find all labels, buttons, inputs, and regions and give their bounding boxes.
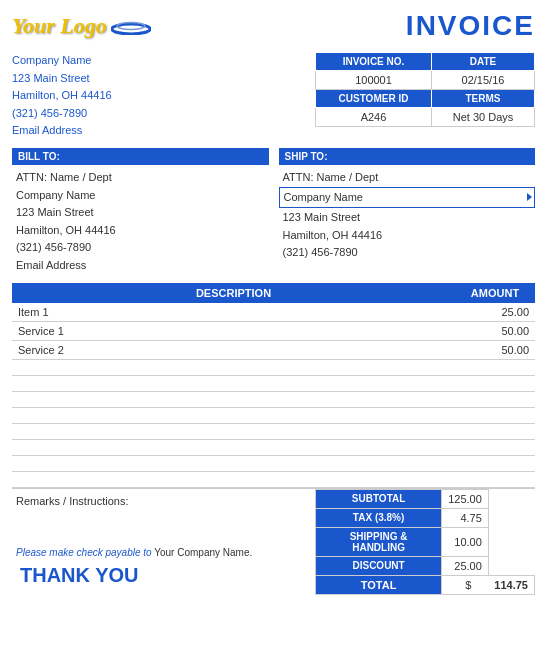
bill-to-phone: (321) 456-7890 <box>12 239 269 257</box>
amount-header: AMOUNT <box>455 283 535 303</box>
item-description <box>12 455 455 471</box>
item-amount <box>455 439 535 455</box>
totals-table: SUBTOTAL 125.00 TAX (3.8%) 4.75 SHIPPING… <box>315 489 535 595</box>
bill-to-email: Email Address <box>12 257 269 275</box>
table-row <box>12 439 535 455</box>
payable-note: Please make check payable to Your Compan… <box>16 547 311 558</box>
item-amount <box>455 359 535 375</box>
bill-to-address: 123 Main Street <box>12 204 269 222</box>
discount-label: DISCOUNT <box>316 556 442 575</box>
remarks-section: Remarks / Instructions: Please make chec… <box>12 489 315 593</box>
company-name: Company Name <box>12 52 112 70</box>
item-amount <box>455 455 535 471</box>
table-row: Item 125.00 <box>12 303 535 322</box>
ship-to-city: Hamilton, OH 44416 <box>279 227 536 245</box>
tax-row: TAX (3.8%) 4.75 <box>316 508 535 527</box>
table-row <box>12 471 535 487</box>
invoice-meta: INVOICE NO. DATE 100001 02/15/16 CUSTOME… <box>315 52 535 140</box>
table-row <box>12 375 535 391</box>
table-row <box>12 407 535 423</box>
subtotal-label: SUBTOTAL <box>316 489 442 508</box>
subtotal-row: SUBTOTAL 125.00 <box>316 489 535 508</box>
item-amount <box>455 375 535 391</box>
item-amount <box>455 407 535 423</box>
payable-note-normal: Your Company Name. <box>152 547 253 558</box>
item-description <box>12 391 455 407</box>
item-description <box>12 439 455 455</box>
ship-to-block: SHIP TO: ATTN: Name / Dept Company Name … <box>279 148 536 275</box>
item-amount <box>455 471 535 487</box>
customer-id-value: A246 <box>316 108 432 127</box>
item-description <box>12 471 455 487</box>
table-row: Service 250.00 <box>12 340 535 359</box>
item-description <box>12 423 455 439</box>
item-amount <box>455 391 535 407</box>
company-phone: (321) 456-7890 <box>12 105 112 123</box>
item-description <box>12 359 455 375</box>
company-city-state: Hamilton, OH 44416 <box>12 87 112 105</box>
discount-value: 25.00 <box>442 556 489 575</box>
item-description <box>12 407 455 423</box>
ship-to-company[interactable]: Company Name <box>279 187 536 209</box>
terms-value: Net 30 Days <box>432 108 535 127</box>
ship-to-phone: (321) 456-7890 <box>279 244 536 262</box>
address-row: BILL TO: ATTN: Name / Dept Company Name … <box>12 148 535 275</box>
table-row <box>12 455 535 471</box>
item-amount: 25.00 <box>455 303 535 322</box>
bill-to-city: Hamilton, OH 44416 <box>12 222 269 240</box>
item-description: Service 1 <box>12 321 455 340</box>
ship-to-header: SHIP TO: <box>279 148 536 165</box>
bill-to-block: BILL TO: ATTN: Name / Dept Company Name … <box>12 148 269 275</box>
info-row: Company Name 123 Main Street Hamilton, O… <box>12 52 535 140</box>
customer-id-label: CUSTOMER ID <box>316 90 432 108</box>
company-address: 123 Main Street <box>12 70 112 88</box>
table-row <box>12 391 535 407</box>
footer-area: Remarks / Instructions: Please make chec… <box>12 488 535 595</box>
item-amount: 50.00 <box>455 340 535 359</box>
bill-to-company: Company Name <box>12 187 269 205</box>
table-row <box>12 423 535 439</box>
meta-table: INVOICE NO. DATE 100001 02/15/16 CUSTOME… <box>315 52 535 127</box>
shipping-label: SHIPPING & HANDLING <box>316 527 442 556</box>
total-row: TOTAL $ 114.75 <box>316 575 535 594</box>
shipping-value: 10.00 <box>442 527 489 556</box>
total-value: 114.75 <box>488 575 534 594</box>
ship-to-address: 123 Main Street <box>279 209 536 227</box>
invoice-page: Your Logo INVOICE Company Name 123 Main … <box>0 0 547 645</box>
item-amount: 50.00 <box>455 321 535 340</box>
date-label: DATE <box>432 53 535 71</box>
logo-text: Your Logo <box>12 13 107 39</box>
header: Your Logo INVOICE <box>12 10 535 42</box>
total-label: TOTAL <box>316 575 442 594</box>
item-amount <box>455 423 535 439</box>
tax-value: 4.75 <box>442 508 489 527</box>
terms-label: TERMS <box>432 90 535 108</box>
logo-area: Your Logo <box>12 13 151 39</box>
invoice-title: INVOICE <box>406 10 535 42</box>
bill-to-attn: ATTN: Name / Dept <box>12 169 269 187</box>
item-description <box>12 375 455 391</box>
thank-you: THANK YOU <box>16 564 311 587</box>
payable-note-italic: Please make check payable to <box>16 547 152 558</box>
ship-to-attn: ATTN: Name / Dept <box>279 169 536 187</box>
description-header: DESCRIPTION <box>12 283 455 303</box>
shipping-row: SHIPPING & HANDLING 10.00 <box>316 527 535 556</box>
item-description: Service 2 <box>12 340 455 359</box>
invoice-no-value: 100001 <box>316 71 432 90</box>
discount-row: DISCOUNT 25.00 <box>316 556 535 575</box>
table-row: Service 150.00 <box>12 321 535 340</box>
table-row <box>12 359 535 375</box>
item-description: Item 1 <box>12 303 455 322</box>
invoice-no-label: INVOICE NO. <box>316 53 432 71</box>
tax-label: TAX (3.8%) <box>316 508 442 527</box>
logo-swoosh-icon <box>111 17 151 35</box>
total-dollar: $ <box>442 575 489 594</box>
company-email: Email Address <box>12 122 112 140</box>
remarks-label: Remarks / Instructions: <box>16 495 311 507</box>
subtotal-value: 125.00 <box>442 489 489 508</box>
date-value: 02/15/16 <box>432 71 535 90</box>
items-table: DESCRIPTION AMOUNT Item 125.00Service 15… <box>12 283 535 488</box>
company-info: Company Name 123 Main Street Hamilton, O… <box>12 52 112 140</box>
bill-to-header: BILL TO: <box>12 148 269 165</box>
